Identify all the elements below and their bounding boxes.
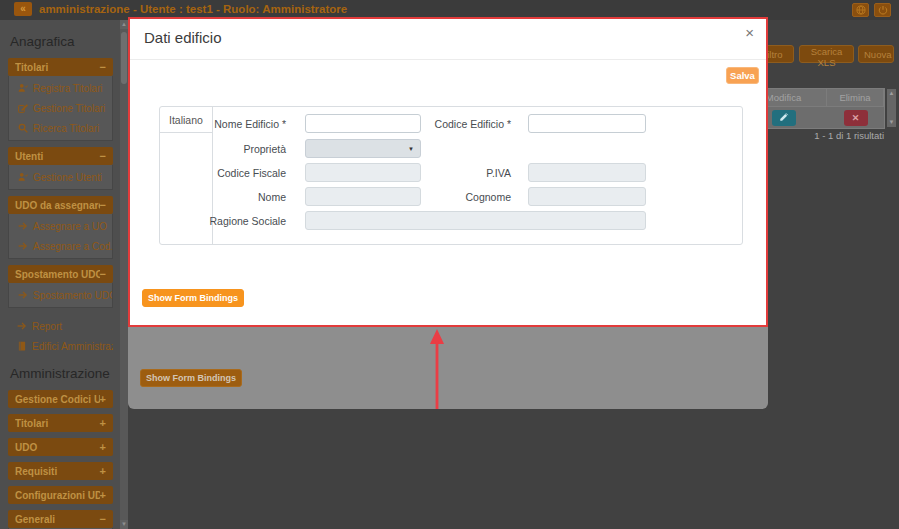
sidebar-group-header-udo[interactable]: UDO+ [8,438,113,456]
sidebar-group-configurazioni-udo: Configurazioni UDO+ [8,486,113,504]
sidebar-item-label: Gestione Utenti [33,172,102,183]
sidebar-link-report[interactable]: Report [8,316,113,336]
sidebar-item-gestione-titolari[interactable]: Gestione Titolari [9,98,112,118]
sidebar-group-header-requisiti[interactable]: Requisiti+ [8,462,113,480]
sidebar-item-label: Spostamento UDO [33,290,112,301]
sidebar-group-header-generali[interactable]: Generali− [8,510,113,528]
sidebar-item-ricerca-titolari[interactable]: Ricerca Titolari [9,118,112,138]
sidebar-group-body: Spostamento UDO [8,283,113,308]
dimmed-modal-footer: Show Form Bindings [128,327,768,409]
sidebar-group-label: Spostamento UDO [15,269,100,280]
sidebar-heading-amministrazione: Amministrazione [10,366,120,381]
sidebar-item-spostamento-udo[interactable]: Spostamento UDO [9,285,112,305]
sidebar-link-edifici-amministrazione[interactable]: Edifici Amministrazione [8,336,113,356]
scroll-down-icon[interactable]: ▼ [120,520,128,529]
codice-edificio-label: Codice Edificio * [422,118,511,130]
nuova-button[interactable]: Nuova [858,45,894,63]
sidebar-group-titolari: Titolari−Registra TitolariGestione Titol… [8,58,113,141]
sidebar-scrollbar[interactable]: ▲ ▼ [120,20,128,529]
scroll-down-icon[interactable]: ▼ [887,118,896,127]
sidebar-links: ReportEdifici Amministrazione [0,316,120,356]
plus-icon: + [100,489,106,501]
sidebar-item-assegnare-a-cod-min[interactable]: Assegnare a Cod. Min. [9,236,112,256]
scrollbar-thumb[interactable] [121,32,127,84]
sidebar-group-requisiti: Requisiti+ [8,462,113,480]
sidebar-group-header-spostamento-udo[interactable]: Spostamento UDO− [8,265,113,283]
sidebar-group-label: UDO [15,442,100,453]
codice-fiscale-input [305,163,421,182]
scarica-xls-button[interactable]: Scarica XLS [799,45,854,63]
sidebar-group-body: Registra TitolariGestione TitolariRicerc… [8,76,113,141]
sidebar-group-body: Assegnare a UOAssegnare a Cod. Min. [8,214,113,259]
app-root: « amministrazione - Utente : test1 - Ruo… [0,0,899,529]
arrow-right-icon [18,290,28,300]
edit-icon [18,103,28,113]
edit-row-button[interactable] [772,110,796,126]
minus-icon: − [100,61,106,73]
sidebar-group-label: Titolari [15,62,100,73]
nome-edificio-input[interactable] [305,114,421,133]
sidebar-group-spostamento-udo: Spostamento UDO−Spostamento UDO [8,265,113,308]
sidebar-heading-anagrafica: Anagrafica [10,34,120,49]
power-icon[interactable] [874,3,891,17]
sidebar-group-gestione-codici-ulss: Gestione Codici ULSS+ [8,390,113,408]
sidebar-group-body: Gestione Utenti [8,165,113,190]
sidebar-group-label: Configurazioni UDO [15,490,100,501]
chevron-down-icon: ▼ [408,146,414,152]
minus-icon: − [100,268,106,280]
sidebar-group-header-titolari[interactable]: Titolari− [8,58,113,76]
cognome-label: Cognome [422,191,511,203]
close-icon[interactable]: × [745,24,754,41]
delete-row-button[interactable]: ✕ [844,110,868,126]
sidebar-collapse-button[interactable]: « [14,2,32,16]
sidebar-group-header-utenti[interactable]: Utenti− [8,147,113,165]
minus-icon: − [100,513,106,525]
sidebar-item-gestione-utenti[interactable]: Gestione Utenti [9,167,112,187]
ragione-sociale-label: Ragione Sociale [186,215,286,227]
table-scrollbar[interactable]: ▲ ▼ [887,89,896,127]
scroll-up-icon[interactable]: ▲ [887,89,896,98]
user-icon [18,83,28,93]
cognome-input [528,187,646,206]
sidebar-group-generali: Generali−Direzioni [8,510,113,529]
sidebar-item-registra-titolari[interactable]: Registra Titolari [9,78,112,98]
nome-label: Nome [200,191,286,203]
sidebar-group-label: Requisiti [15,466,100,477]
plus-icon: + [100,417,106,429]
table-header-elimina: Elimina [827,89,884,106]
ragione-sociale-input [305,211,646,230]
proprieta-select[interactable]: ▼ [305,139,421,158]
globe-icon[interactable] [852,3,869,17]
plus-icon: + [100,465,106,477]
user-icon [18,172,28,182]
sidebar-group-header-configurazioni-udo[interactable]: Configurazioni UDO+ [8,486,113,504]
save-button[interactable]: Salva [726,67,759,84]
plus-icon: + [100,441,106,453]
plus-icon: + [100,393,106,405]
sidebar-group-header-udo-da-assegnare[interactable]: UDO da assegnare− [8,196,113,214]
sidebar-group-label: Titolari [15,418,100,429]
piva-input [528,163,646,182]
search-icon [18,123,28,133]
edificio-form-panel: Italiano Nome Edificio * Codice Edificio… [159,106,743,245]
topbar-title: amministrazione - Utente : test1 - Ruolo… [39,3,347,15]
nome-edificio-label: Nome Edificio * [200,118,286,130]
arrow-right-icon [18,221,28,231]
sidebar-item-label: Assegnare a Cod. Min. [33,241,112,252]
show-form-bindings-button-dimmed[interactable]: Show Form Bindings [140,369,242,387]
annotation-arrow-icon [428,329,446,409]
sidebar-group-header-titolari[interactable]: Titolari+ [8,414,113,432]
sidebar-group-utenti: Utenti−Gestione Utenti [8,147,113,190]
minus-icon: − [100,150,106,162]
sidebar-group-label: Generali [15,514,100,525]
sidebar-item-label: Gestione Titolari [33,103,105,114]
sidebar-item-label: Assegnare a UO [33,221,107,232]
sidebar-item-assegnare-a-uo[interactable]: Assegnare a UO [9,216,112,236]
sidebar-group-label: Gestione Codici ULSS [15,394,100,405]
sidebar-admin-groups: Gestione Codici ULSS+Titolari+UDO+Requis… [0,390,120,529]
scroll-up-icon[interactable]: ▲ [120,20,128,29]
codice-edificio-input[interactable] [528,114,646,133]
show-form-bindings-button[interactable]: Show Form Bindings [142,289,244,307]
sidebar-group-header-gestione-codici-ulss[interactable]: Gestione Codici ULSS+ [8,390,113,408]
book-icon [17,341,27,351]
